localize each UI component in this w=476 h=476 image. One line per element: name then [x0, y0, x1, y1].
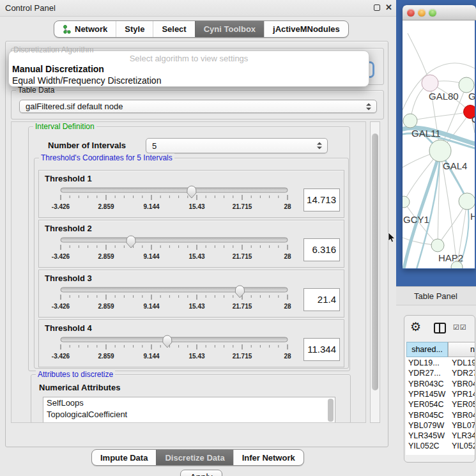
svg-text:2.859: 2.859: [98, 203, 114, 210]
minimize-traffic-light[interactable]: [418, 9, 426, 17]
cell-name: YLR345W: [452, 431, 475, 440]
network-node-green[interactable]: [403, 196, 410, 208]
svg-text:2.859: 2.859: [98, 303, 114, 310]
cell-name: YBR043C: [452, 380, 475, 388]
node-table: shared... name YDL19...YDL19...YDR27...Y…: [406, 342, 475, 455]
table-row[interactable]: YDR27...YDR27...: [406, 368, 475, 379]
algorithm-option-1[interactable]: Manual Discretization: [12, 63, 366, 75]
svg-text:9.144: 9.144: [143, 303, 159, 310]
slider-thumb: [127, 236, 135, 248]
tab-label: Select: [162, 24, 186, 34]
network-node-green[interactable]: [459, 193, 475, 210]
cell-shared-name: YBL079W: [408, 421, 447, 430]
svg-text:2.859: 2.859: [98, 253, 114, 260]
network-node-pink[interactable]: [422, 75, 438, 91]
table-browser: ⚙ ☑☑ shared... name YDL19...YDL19...YDR2…: [404, 315, 475, 463]
tab-label: Network: [75, 24, 107, 34]
attribute-item[interactable]: SelfLoops: [43, 397, 335, 409]
close-traffic-light[interactable]: [407, 9, 415, 17]
table-row[interactable]: YIL052CYIL052C: [406, 441, 475, 452]
app-root: Control Panel ✕ NetworkStyleSelectCyni T…: [0, 0, 476, 476]
tab-label: Impute Data: [100, 453, 148, 463]
threshold-slider[interactable]: -3.4262.8599.14415.4321.71528: [39, 185, 345, 217]
apply-button[interactable]: Apply: [180, 470, 222, 476]
gear-icon[interactable]: ⚙: [410, 320, 421, 334]
svg-text:15.43: 15.43: [188, 353, 204, 360]
numerical-attributes-list[interactable]: SelfLoopsTopologicalCoefficientBetweenne…: [43, 397, 335, 423]
threshold-slider[interactable]: -3.4262.8599.14415.4321.71528: [39, 234, 345, 266]
tab-label: Cyni Toolbox: [204, 24, 256, 34]
cell-name: YBL079W: [452, 421, 475, 430]
table-row[interactable]: YDL19...YDL19...: [406, 358, 475, 369]
network-node-green[interactable]: [403, 114, 417, 128]
svg-text:28: 28: [284, 303, 291, 310]
split-columns-icon[interactable]: [434, 323, 446, 334]
svg-text:-3.426: -3.426: [52, 303, 70, 310]
settings-scrollbar-thumb[interactable]: [372, 134, 378, 390]
number-of-intervals-value: 5: [152, 141, 157, 151]
tab-network[interactable]: Network: [54, 21, 116, 37]
cell-name: YDL19...: [452, 358, 475, 367]
zoom-traffic-light[interactable]: [429, 9, 436, 17]
list-scrollbar[interactable]: [328, 399, 334, 422]
mouse-cursor: [388, 233, 396, 245]
table-data-selected-value: galFiltered.sif default node: [26, 102, 123, 111]
interval-definition-label: Interval Definition: [33, 122, 96, 132]
network-node-green[interactable]: [431, 239, 444, 252]
number-of-intervals-select[interactable]: 5: [146, 138, 328, 153]
table-row[interactable]: YPR145WYPR145W: [406, 389, 475, 400]
network-graph: GAL80GCGAL11GAL4GCY1HHAP2: [403, 20, 475, 268]
float-window-icon[interactable]: [374, 4, 380, 11]
network-window-titlebar[interactable]: [403, 5, 476, 20]
node-label: GCY1: [403, 214, 429, 225]
attribute-item[interactable]: TopologicalCoefficient: [43, 409, 335, 420]
number-of-intervals-label: Number of Intervals: [48, 141, 126, 150]
table-data-select[interactable]: galFiltered.sif default node: [19, 100, 377, 113]
slider-thumb: [235, 286, 244, 298]
close-icon[interactable]: ✕: [385, 3, 392, 12]
tab-impute-data[interactable]: Impute Data: [92, 450, 156, 465]
tab-cyni-toolbox[interactable]: Cyni Toolbox: [195, 21, 264, 37]
select-columns-checkboxes-icon[interactable]: ☑☑: [453, 323, 467, 332]
table-row[interactable]: YBR043CYBR043C: [406, 379, 475, 390]
tab-label: Infer Network: [242, 453, 295, 463]
settings-scrollbar[interactable]: [370, 121, 380, 423]
svg-text:28: 28: [284, 353, 291, 360]
tab-discretize-data[interactable]: Discretize Data: [156, 450, 233, 465]
attribute-item[interactable]: BetweennessCentrality: [43, 420, 335, 423]
threshold-slider[interactable]: -3.4262.8599.14415.4321.71528: [39, 284, 345, 316]
column-header-shared-name[interactable]: shared...: [406, 342, 448, 357]
svg-text:2.859: 2.859: [98, 353, 114, 360]
svg-text:-3.426: -3.426: [52, 253, 70, 260]
attributes-group-label: Attributes to discretize: [36, 370, 115, 380]
table-row[interactable]: YER054CYER054C: [406, 399, 475, 410]
table-row[interactable]: YBR045CYBR045C: [406, 410, 475, 421]
interval-definition-group: Interval Definition Number of Intervals …: [28, 127, 350, 371]
network-window[interactable]: GAL80GCGAL11GAL4GCY1HHAP2: [403, 5, 476, 269]
threshold-panel-4: Threshold 411.344-3.4262.8599.14415.4321…: [38, 319, 344, 367]
tab-style[interactable]: Style: [116, 21, 153, 37]
network-desktop: GAL80GCGAL11GAL4GCY1HHAP2: [396, 0, 476, 286]
svg-text:9.144: 9.144: [143, 253, 159, 260]
threshold-slider[interactable]: -3.4262.8599.14415.4321.71528: [39, 334, 345, 366]
network-icon: [63, 25, 71, 34]
spinner-arrows-icon: [317, 142, 322, 150]
cell-name: YBR045C: [452, 411, 475, 420]
threshold-label: Threshold 1: [45, 174, 92, 183]
tab-select[interactable]: Select: [153, 21, 194, 37]
tab-infer-network[interactable]: Infer Network: [233, 450, 303, 465]
threshold-label: Threshold 3: [45, 273, 92, 283]
table-row[interactable]: YBL079WYBL079W: [406, 420, 475, 431]
tab-label: jActiveMNodules: [273, 24, 340, 34]
control-panel: Control Panel ✕ NetworkStyleSelectCyni T…: [0, 0, 396, 476]
network-canvas[interactable]: GAL80GCGAL11GAL4GCY1HHAP2: [403, 20, 475, 268]
algorithm-option-2[interactable]: Equal Width/Frequency Discretization: [12, 75, 366, 86]
column-header-name[interactable]: name: [448, 342, 475, 357]
cell-shared-name: YER054C: [408, 400, 447, 409]
node-label: GAL80: [429, 91, 459, 102]
table-row[interactable]: YLR345WYLR345W: [406, 431, 475, 441]
network-node-green[interactable]: [429, 140, 451, 162]
svg-text:28: 28: [284, 253, 291, 260]
threshold-label: Threshold 4: [45, 323, 92, 333]
tab-jactivemnodules[interactable]: jActiveMNodules: [264, 21, 348, 37]
